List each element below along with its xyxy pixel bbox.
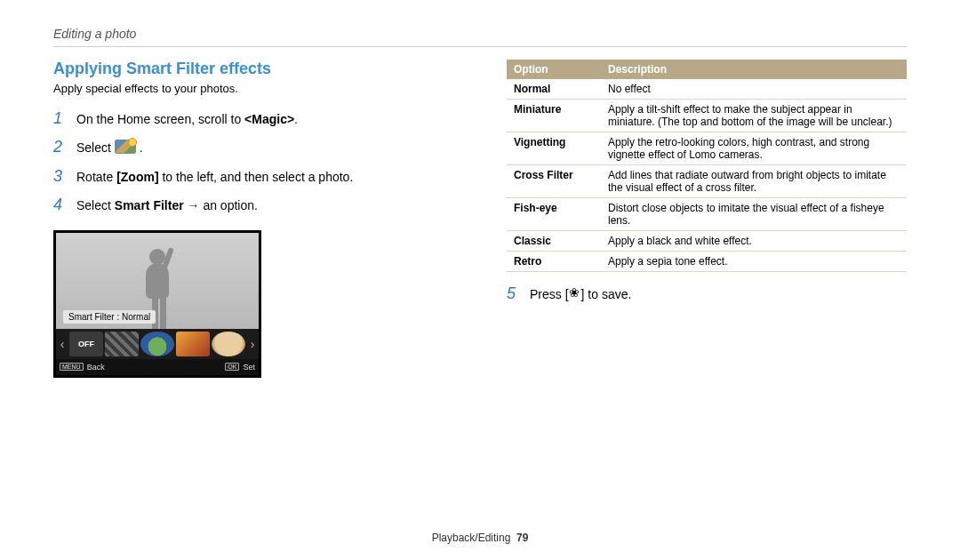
footer-section: Playback/Editing: [432, 532, 511, 544]
filter-thumb-3: [176, 332, 210, 356]
camera-bottom-bar: MENU Back OK Set: [56, 359, 259, 375]
strip-right-arrow-icon: ›: [246, 337, 259, 351]
footer-page-number: 79: [516, 532, 528, 544]
step-text-pre: Rotate: [76, 170, 116, 184]
opt-name: Normal: [507, 79, 601, 100]
opt-desc: Apply the retro-looking colors, high con…: [601, 132, 907, 165]
step-text-post: .: [136, 140, 143, 155]
step-text-pre: Press [: [530, 287, 569, 301]
step-text-pre: Select: [76, 140, 115, 155]
options-table: Option Description NormalNo effect Minia…: [507, 60, 907, 272]
step-1: 1 On the Home screen, scroll to <Magic>.: [53, 104, 453, 132]
step-number: 4: [53, 190, 66, 219]
step-2: 2 Select .: [53, 132, 453, 161]
content-columns: Applying Smart Filter effects Apply spec…: [53, 60, 907, 378]
step-4: 4 Select Smart Filter → an option.: [53, 190, 453, 219]
opt-desc: Apply a sepia tone effect.: [601, 252, 907, 272]
table-row: NormalNo effect: [507, 79, 907, 100]
opt-desc: Add lines that radiate outward from brig…: [601, 165, 907, 198]
table-row: VignettingApply the retro-looking colors…: [507, 132, 907, 165]
step-text: Press [] to save.: [530, 287, 631, 301]
step-text-bold: <Magic>: [244, 112, 294, 126]
opt-desc: Apply a tilt-shift effect to make the su…: [601, 100, 907, 132]
step-number: 2: [53, 132, 66, 161]
step-text: On the Home screen, scroll to <Magic>.: [76, 108, 298, 131]
camera-preview: Smart Filter : Normal: [56, 233, 259, 329]
table-row: Fish-eyeDistort close objects to imitate…: [507, 198, 907, 231]
table-row: RetroApply a sepia tone effect.: [507, 252, 907, 272]
page-footer: Playback/Editing 79: [0, 532, 960, 544]
opt-name: Classic: [507, 231, 601, 252]
opt-name: Miniature: [507, 100, 601, 132]
filter-strip: ‹ OFF ›: [56, 329, 259, 359]
step-text: Select .: [76, 137, 143, 159]
step-number: 5: [507, 284, 519, 303]
step-text-pre: Select: [76, 198, 115, 212]
step-3: 3 Rotate [Zoom] to the left, and then se…: [53, 162, 453, 190]
camera-screenshot: Smart Filter : Normal ‹ OFF › MENU Back: [53, 230, 261, 378]
section-title: Applying Smart Filter effects: [53, 60, 453, 78]
opt-name: Cross Filter: [507, 165, 601, 198]
divider: [53, 46, 907, 47]
opt-desc: No effect: [601, 79, 907, 100]
step-text-bold: Smart Filter: [115, 198, 184, 212]
step-text-post: ] to save.: [581, 287, 632, 301]
step-text: Rotate [Zoom] to the left, and then sele…: [76, 166, 353, 188]
filter-label: Smart Filter : Normal: [63, 310, 156, 324]
step-text: Select Smart Filter → an option.: [76, 195, 258, 217]
ok-button-icon: OK: [225, 363, 239, 371]
step-5: 5 Press [] to save.: [507, 284, 907, 303]
manual-page: Editing a photo Applying Smart Filter ef…: [0, 0, 960, 560]
opt-desc: Distort close objects to imitate the vis…: [601, 198, 907, 231]
menu-button-icon: MENU: [60, 363, 84, 371]
step-text-post: → an option.: [184, 198, 258, 212]
right-column: Option Description NormalNo effect Minia…: [507, 60, 907, 378]
step-text-post: to the left, and then select a photo.: [159, 170, 354, 184]
step-text-pre: On the Home screen, scroll to: [76, 112, 244, 126]
filter-thumb-4: [212, 332, 245, 356]
set-label: Set: [243, 363, 255, 372]
filter-thumb-1: [105, 332, 139, 356]
step-text-post: .: [294, 112, 298, 126]
photo-editor-icon: [115, 140, 136, 154]
menu-back: MENU Back: [60, 363, 105, 372]
ok-set: OK Set: [225, 363, 255, 372]
table-row: Cross FilterAdd lines that radiate outwa…: [507, 165, 907, 198]
breadcrumb: Editing a photo: [53, 27, 907, 41]
th-description: Description: [601, 60, 907, 79]
step-text-bold: [Zoom]: [116, 170, 158, 184]
left-column: Applying Smart Filter effects Apply spec…: [53, 60, 453, 378]
table-row: MiniatureApply a tilt-shift effect to ma…: [507, 100, 907, 132]
back-label: Back: [87, 363, 105, 372]
strip-left-arrow-icon: ‹: [56, 337, 68, 351]
opt-name: Fish-eye: [507, 198, 601, 231]
th-option: Option: [507, 60, 601, 79]
macro-flower-icon: [569, 288, 581, 300]
filter-thumb-off: OFF: [69, 332, 103, 356]
table-row: ClassicApply a black and white effect.: [507, 231, 907, 252]
step-number: 3: [53, 162, 66, 190]
opt-name: Retro: [507, 252, 601, 272]
section-subtitle: Apply special effects to your photos.: [53, 82, 453, 95]
steps-list: 1 On the Home screen, scroll to <Magic>.…: [53, 104, 453, 220]
filter-thumb-2: [140, 332, 174, 356]
opt-desc: Apply a black and white effect.: [601, 231, 907, 252]
step-number: 1: [53, 104, 66, 132]
opt-name: Vignetting: [507, 132, 601, 165]
